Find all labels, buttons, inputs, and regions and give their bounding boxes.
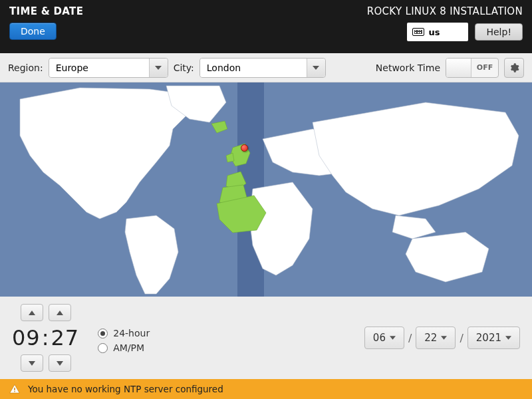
chevron-down-icon [57,361,63,366]
region-dropdown-button[interactable] [149,59,168,77]
toggle-knob [446,59,471,77]
svg-rect-1 [14,391,15,392]
minutes-down-button[interactable] [49,354,71,372]
ntp-settings-button[interactable] [504,58,524,78]
day-button[interactable]: 22 [416,327,456,349]
warning-text: You have no working NTP server configure… [28,384,223,394]
time-format: 24-hour AM/PM [98,323,150,353]
warning-bar: You have no working NTP server configure… [0,379,532,399]
format-24h-label: 24-hour [113,328,150,338]
date-sep: / [408,332,412,344]
month-button[interactable]: 06 [364,327,404,349]
done-button[interactable]: Done [9,23,57,40]
year-button[interactable]: 2021 [467,327,520,349]
network-time-toggle[interactable]: OFF [446,58,499,78]
hours-up-button[interactable] [21,304,43,321]
chevron-down-icon [441,336,447,340]
header-left: TIME & DATE Done [9,5,83,47]
chevron-down-icon [29,361,35,366]
timezone-map[interactable] [0,82,532,297]
year-value: 2021 [476,332,501,344]
clock-separator: : [42,325,50,350]
keyboard-layout: us [428,27,440,37]
day-value: 22 [424,332,437,344]
chevron-down-icon [313,66,319,70]
city-input[interactable] [200,59,307,77]
region-combo[interactable] [49,58,168,78]
page-title: TIME & DATE [9,5,83,17]
city-combo[interactable] [200,58,326,78]
clock-hours: 09 [12,325,41,350]
time-spinner: 09 : 27 [12,304,79,372]
date-picker: 06 / 22 / 2021 [364,327,520,349]
header: TIME & DATE Done ROCKY LINUX 8 INSTALLAT… [0,0,532,53]
city-pin [241,144,248,152]
chevron-up-icon [29,311,35,315]
region-label: Region: [8,63,43,73]
hours-down-button[interactable] [21,354,43,372]
chevron-up-icon [57,311,63,315]
help-button[interactable]: Help! [475,23,523,41]
svg-rect-0 [14,388,15,390]
keyboard-icon [412,28,424,36]
date-sep: / [460,332,463,344]
clock-display: 09 : 27 [12,325,79,350]
format-ampm-label: AM/PM [113,342,144,353]
chevron-down-icon [390,336,396,340]
warning-icon [9,384,20,394]
network-time-label: Network Time [376,63,440,73]
minutes-up-button[interactable] [49,304,71,321]
format-24h[interactable]: 24-hour [98,328,150,338]
top-controls: Region: City: Network Time OFF [0,53,532,82]
chevron-down-icon [505,336,511,340]
world-map [0,82,532,297]
product-title: ROCKY LINUX 8 INSTALLATION [367,5,523,17]
city-label: City: [174,63,194,73]
chevron-down-icon [155,66,162,70]
format-ampm[interactable]: AM/PM [98,342,150,353]
radio-icon [98,329,108,338]
clock-minutes: 27 [51,325,80,350]
city-dropdown-button[interactable] [307,59,325,77]
radio-icon [98,343,108,353]
region-input[interactable] [49,59,149,77]
keyboard-indicator[interactable]: us [407,23,468,41]
toggle-state: OFF [471,59,498,77]
gear-icon [509,63,519,73]
header-right: ROCKY LINUX 8 INSTALLATION us Help! [367,5,523,47]
month-value: 06 [373,332,386,344]
bottom-controls: 09 : 27 24-hour AM/PM 06 / 22 [0,297,532,379]
header-right-row: us Help! [407,23,523,41]
